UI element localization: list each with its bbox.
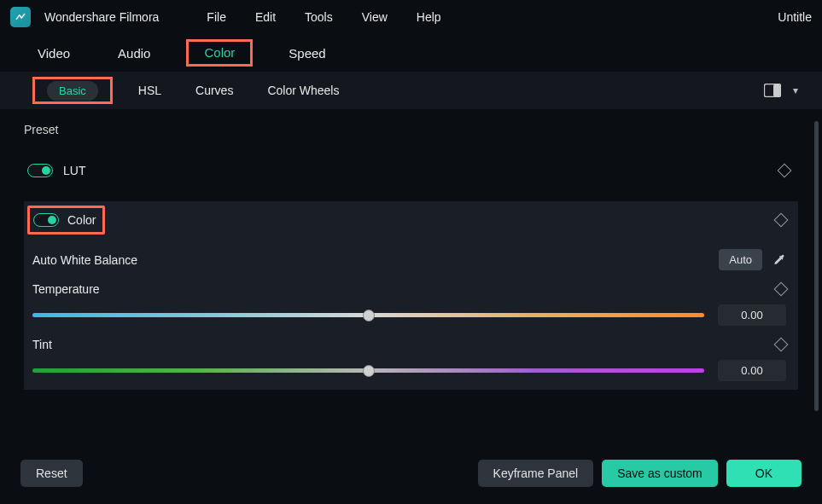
lut-row: LUT [24, 152, 802, 189]
subtab-color-wheels[interactable]: Color Wheels [267, 84, 339, 97]
app-logo-icon [10, 7, 31, 27]
highlight-color-tab: Color [186, 39, 253, 67]
main-tab-bar: Video Audio Color Speed [0, 34, 822, 72]
awb-label: Auto White Balance [32, 253, 137, 267]
sub-tab-bar: Basic HSL Curves Color Wheels ▾ [0, 72, 822, 109]
tint-block: Tint [24, 329, 798, 385]
temperature-thumb[interactable] [363, 310, 375, 322]
eyedropper-icon[interactable] [772, 253, 786, 267]
app-header: Wondershare Filmora File Edit Tools View… [0, 0, 822, 34]
color-row: Color [24, 201, 798, 239]
tab-color[interactable]: Color [201, 38, 238, 67]
subtab-basic[interactable]: Basic [47, 81, 98, 101]
tint-slider[interactable] [32, 364, 704, 378]
svg-rect-1 [773, 84, 780, 96]
auto-button[interactable]: Auto [719, 249, 762, 270]
temperature-keyframe-icon[interactable] [774, 282, 789, 297]
tint-thumb[interactable] [363, 365, 375, 377]
keyframe-panel-button[interactable]: Keyframe Panel [478, 460, 594, 487]
color-toggle[interactable] [33, 213, 59, 227]
temperature-value[interactable] [718, 304, 786, 326]
lut-label: LUT [63, 164, 85, 177]
reset-button[interactable]: Reset [20, 460, 83, 487]
save-as-custom-button[interactable]: Save as custom [602, 460, 718, 487]
tint-keyframe-icon[interactable] [774, 338, 789, 352]
footer-bar: Reset Keyframe Panel Save as custom OK [0, 449, 822, 497]
menu-file[interactable]: File [207, 10, 226, 24]
ok-button[interactable]: OK [726, 460, 802, 487]
app-name: Wondershare Filmora [44, 10, 159, 24]
preset-heading: Preset [24, 123, 802, 136]
temperature-block: Temperature [24, 274, 798, 329]
menu-view[interactable]: View [362, 10, 388, 24]
highlight-color-toggle: Color [27, 206, 105, 235]
auto-white-balance-row: Auto White Balance Auto [24, 239, 798, 274]
subtab-hsl[interactable]: HSL [138, 84, 161, 97]
menu-help[interactable]: Help [417, 10, 441, 24]
highlight-basic-pill: Basic [32, 77, 113, 104]
lut-toggle[interactable] [27, 164, 53, 177]
scrollbar[interactable] [814, 121, 819, 411]
menu-edit[interactable]: Edit [255, 10, 276, 24]
compare-view-icon[interactable] [764, 84, 781, 97]
menu-bar: File Edit Tools View Help [207, 10, 440, 24]
document-title: Untitle [778, 10, 812, 24]
menu-tools[interactable]: Tools [305, 10, 333, 24]
chevron-down-icon[interactable]: ▾ [793, 84, 798, 96]
tint-value[interactable] [718, 360, 786, 381]
tab-video[interactable]: Video [34, 39, 73, 67]
color-section: Color Auto White Balance Auto Temperatur… [24, 201, 798, 390]
tab-speed[interactable]: Speed [285, 39, 329, 67]
tint-label: Tint [32, 338, 52, 351]
color-keyframe-icon[interactable] [774, 213, 789, 228]
color-panel: Preset LUT Color Auto White Balance Auto [0, 109, 822, 444]
temperature-label: Temperature [32, 282, 100, 296]
subtab-curves[interactable]: Curves [195, 84, 233, 97]
tab-audio[interactable]: Audio [114, 39, 154, 67]
lut-keyframe-icon[interactable] [778, 164, 792, 178]
temperature-slider[interactable] [32, 309, 704, 322]
color-label: Color [67, 213, 96, 227]
